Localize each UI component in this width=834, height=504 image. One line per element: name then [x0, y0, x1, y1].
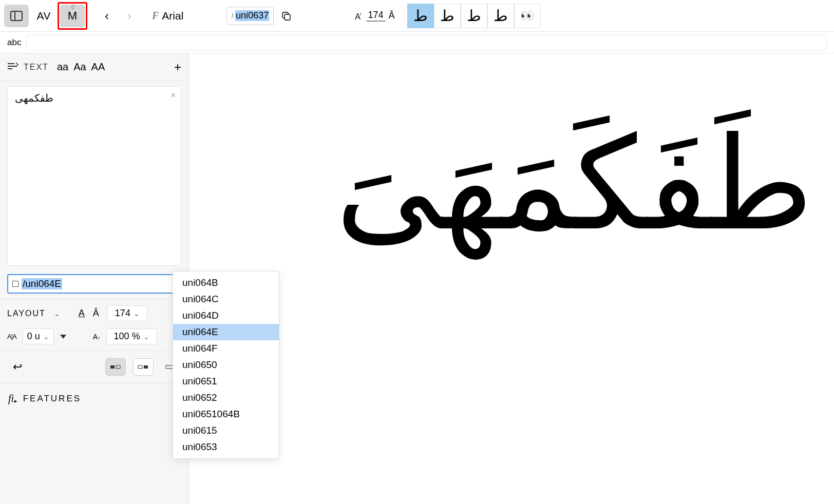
mark-mode-button[interactable]: M♢ [60, 5, 85, 27]
abc-label: abc [7, 37, 21, 48]
chevron-down-icon[interactable]: ⌄ [54, 309, 60, 318]
copy-glyph-button[interactable] [276, 5, 296, 27]
main-area: TEXT aa Aa AA + طفكمهى × /uni064E LAYOUT… [0, 53, 834, 504]
scale-icon: A↕ [93, 333, 100, 341]
chevron-down-icon: ⌄ [143, 333, 149, 341]
chevron-down-icon: ⌄ [43, 333, 49, 341]
sidebar: TEXT aa Aa AA + طفكمهى × /uni064E LAYOUT… [0, 53, 189, 504]
size-display: A↕ 174 Â [355, 10, 394, 22]
dropdown-item[interactable]: uni064C [173, 291, 279, 307]
glyph-variant-4[interactable]: ط [487, 4, 514, 28]
panel-toggle-button[interactable] [4, 5, 29, 27]
return-icon: ↩ [13, 360, 22, 374]
font-name-label[interactable]: Arial [162, 10, 183, 22]
dir-icon-2 [138, 363, 149, 371]
search-variant-button[interactable]: 👀 [514, 4, 541, 28]
kerning-mode-button[interactable]: A.V [31, 5, 55, 27]
binoculars-icon: 👀 [520, 9, 534, 23]
text-sample-card[interactable]: طفكمهى × [7, 86, 181, 266]
svg-rect-3 [285, 14, 290, 20]
dir-icon-1 [110, 363, 121, 371]
sample-text: طفكمهى [15, 92, 53, 104]
prev-button[interactable]: ‹ [97, 5, 117, 27]
kern-icon: A¦A [7, 333, 16, 340]
case-mixed-button[interactable]: Aa [73, 61, 86, 73]
dropdown-item[interactable]: uni0652 [173, 390, 279, 406]
kern-value-input[interactable]: 0 u ⌄ [23, 328, 54, 344]
next-button[interactable]: › [119, 5, 140, 27]
svg-rect-10 [144, 365, 148, 369]
dropdown-item[interactable]: uni0651064B [173, 406, 279, 422]
size-letter-icon: A↕ [355, 12, 363, 22]
box-icon [12, 281, 18, 287]
text-label: TEXT [24, 63, 49, 72]
kern-value: 0 u [27, 331, 40, 342]
font-icon: F [152, 10, 159, 22]
sidebar-icon [10, 11, 23, 21]
dropdown-item[interactable]: uni064D [173, 307, 279, 324]
glyph-variants: ط ط ط ط 👀 [407, 4, 541, 28]
svg-rect-9 [138, 365, 142, 369]
slash-icon: I [231, 12, 233, 20]
dropdown-item[interactable]: uni0650 [173, 357, 279, 373]
size-value[interactable]: 174 [366, 10, 386, 22]
chevron-down-icon: ⌄ [134, 309, 140, 318]
highlighted-mark-button: M♢ [58, 2, 87, 30]
svg-rect-7 [110, 365, 115, 369]
sidebar-text-header: TEXT aa Aa AA + [0, 53, 188, 81]
close-card-icon[interactable]: × [171, 91, 176, 100]
preview-text: طَفَكَمَهَىَ [220, 94, 813, 274]
features-section[interactable]: fi▸ FEATURES [0, 383, 188, 414]
mark-icon: M♢ [68, 9, 77, 23]
dropdown-item[interactable]: uni0615 [173, 422, 279, 439]
scale-value: 100 % [114, 331, 140, 342]
layout-size-value: 174 [115, 308, 130, 319]
copy-icon [281, 11, 291, 21]
features-icon: fi▸ [8, 393, 17, 404]
return-arrow-button[interactable]: ↩ [7, 358, 28, 376]
a-hat-icon-2: Â [93, 308, 99, 319]
layout-row-2: A¦A 0 u ⌄ A↕ 100 % ⌄ [7, 328, 181, 344]
dropdown-item[interactable]: uni0653 [173, 439, 279, 455]
glyph-autocomplete-dropdown: uni064B uni064C uni064D uni064E uni064F … [173, 271, 279, 459]
direction-button-1[interactable] [105, 358, 126, 376]
direction-button-2[interactable] [133, 358, 154, 376]
layout-label: LAYOUT [7, 309, 46, 318]
a-hat-icon: Â [389, 10, 395, 21]
text-list-icon [7, 62, 18, 72]
dropdown-item[interactable]: uni064F [173, 340, 279, 357]
case-upper-button[interactable]: AA [91, 61, 105, 73]
main-toolbar: A.V M♢ ‹ › F Arial I uni0637 A↕ 174 Â ط … [0, 0, 834, 32]
preview-canvas[interactable]: طَفَكَمَهَىَ [189, 53, 834, 504]
text-filter-input[interactable] [26, 35, 827, 50]
scale-input[interactable]: 100 % ⌄ [106, 328, 157, 344]
glyph-variant-1[interactable]: ط [407, 4, 434, 28]
glyph-name-input-row[interactable]: /uni064E [7, 274, 181, 294]
dropdown-item[interactable]: uni064B [173, 275, 279, 291]
dropdown-item-selected[interactable]: uni064E [173, 324, 279, 340]
features-label: FEATURES [23, 394, 81, 404]
sub-toolbar: abc [0, 32, 834, 53]
glyph-name-input[interactable]: I uni0637 [226, 7, 274, 25]
add-text-button[interactable]: + [174, 60, 181, 74]
glyph-input-value: /uni064E [22, 278, 62, 289]
chevron-left-icon: ‹ [105, 9, 109, 23]
layout-row-1: LAYOUT ⌄ A Â 174 ⌄ [7, 305, 181, 321]
triangle-down-icon[interactable] [60, 335, 66, 339]
a-under-icon: A [79, 308, 85, 319]
kerning-icon: A.V [36, 10, 49, 22]
layout-size-input[interactable]: 174 ⌄ [107, 305, 147, 321]
layout-section: LAYOUT ⌄ A Â 174 ⌄ A¦A 0 u ⌄ A↕ 100 % [0, 299, 188, 351]
glyph-variant-2[interactable]: ط [434, 4, 461, 28]
glyph-name-text: uni0637 [235, 10, 269, 21]
chevron-right-icon: › [127, 9, 131, 23]
case-aa-button[interactable]: aa [57, 61, 68, 73]
glyph-variant-3[interactable]: ط [461, 4, 487, 28]
dropdown-item[interactable]: uni0651 [173, 373, 279, 390]
svg-rect-0 [11, 11, 22, 21]
direction-buttons-row: ↩ [0, 351, 188, 383]
svg-rect-8 [116, 365, 120, 369]
